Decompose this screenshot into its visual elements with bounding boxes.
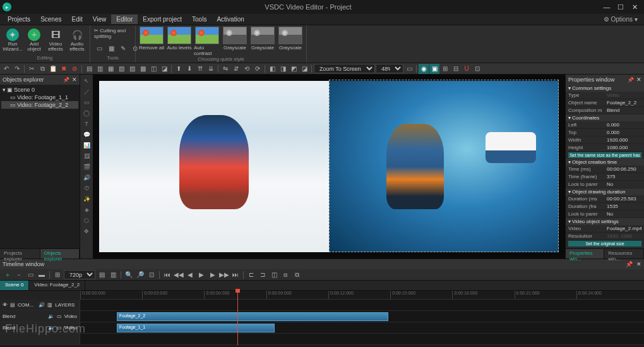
menu-tools[interactable]: Tools bbox=[187, 15, 212, 24]
tool-icon[interactable]: ▭ bbox=[25, 270, 35, 280]
fit-icon[interactable]: ⊡ bbox=[146, 270, 157, 280]
paste-icon[interactable]: 📋 bbox=[48, 64, 58, 74]
tool-icon[interactable]: ◧ bbox=[267, 64, 277, 74]
speaker-icon[interactable]: 🔉 bbox=[48, 325, 54, 331]
align-icon[interactable]: ▨ bbox=[127, 64, 137, 74]
tool-icon[interactable]: ▭ bbox=[404, 64, 414, 74]
timeline-tab-scene[interactable]: Scene 0 bbox=[0, 281, 29, 290]
tool-icon[interactable]: ◉ bbox=[419, 64, 429, 74]
tool-icon[interactable]: ✎ bbox=[118, 43, 128, 53]
prop-group-video-obj[interactable]: ▾ Video object settings bbox=[566, 218, 644, 225]
tool-icon[interactable]: ◨ bbox=[278, 64, 288, 74]
align-icon[interactable]: ▦ bbox=[105, 64, 116, 74]
goto-start-icon[interactable]: ⏮ bbox=[162, 270, 172, 280]
align-icon[interactable]: ◫ bbox=[148, 64, 158, 74]
align-icon[interactable]: ◪ bbox=[159, 64, 169, 74]
style-grayscale[interactable]: Grayscale bbox=[249, 27, 276, 56]
tool-icon[interactable]: ◩ bbox=[289, 64, 299, 74]
tree-item[interactable]: ▭Video: Footage_2_2 bbox=[1, 101, 78, 109]
tab-resources[interactable]: Resources win... bbox=[604, 249, 644, 259]
audio-icon[interactable]: 🔊 bbox=[81, 173, 92, 183]
tab-properties[interactable]: Properties win... bbox=[566, 249, 604, 259]
style-grayscale[interactable]: Grayscale bbox=[222, 27, 248, 56]
eye-icon[interactable]: 👁 bbox=[3, 302, 8, 308]
tree-item[interactable]: ▭Video: Footage_1_1 bbox=[1, 94, 78, 101]
speaker-icon[interactable]: 🔊 bbox=[39, 302, 45, 308]
delete-icon[interactable]: ✖ bbox=[59, 64, 69, 74]
tool-icon[interactable]: ⊞ bbox=[52, 270, 63, 280]
order-icon[interactable]: ⬆ bbox=[174, 64, 184, 74]
tool-icon[interactable]: ▥ bbox=[108, 270, 118, 280]
audio-effects-button[interactable]: 🎧Audioeffects bbox=[67, 27, 87, 53]
menu-edit[interactable]: Edit bbox=[66, 15, 87, 24]
tooltip-icon[interactable]: 💬 bbox=[81, 130, 92, 140]
ellipse-icon[interactable]: ◯ bbox=[81, 108, 92, 118]
menu-activation[interactable]: Activation bbox=[212, 15, 249, 24]
cutting-splitting-button[interactable]: ✂ Cutting and splitting bbox=[94, 28, 131, 39]
zoom-mode-select[interactable]: Zoom To Screen bbox=[314, 64, 375, 73]
menu-scenes[interactable]: Scenes bbox=[35, 15, 66, 24]
align-icon[interactable]: ▤ bbox=[84, 64, 94, 74]
pointer-icon[interactable]: ↖ bbox=[81, 76, 92, 86]
align-icon[interactable]: ▥ bbox=[95, 64, 105, 74]
tool-icon[interactable]: ⊟ bbox=[451, 64, 461, 74]
add-track-icon[interactable]: ＋ bbox=[3, 270, 13, 280]
step-fwd-icon[interactable]: ▶▶ bbox=[219, 270, 229, 280]
tool-icon[interactable]: ⧈ bbox=[280, 270, 290, 280]
redo-icon[interactable]: ↷ bbox=[12, 64, 22, 74]
text-icon[interactable]: T bbox=[81, 119, 92, 129]
tool-icon[interactable]: ⊏ bbox=[246, 270, 256, 280]
order-icon[interactable]: ⇈ bbox=[195, 64, 205, 74]
prop-group-drawing[interactable]: ▾ Object drawing duration bbox=[566, 188, 644, 195]
image-icon[interactable]: 🖼 bbox=[81, 151, 92, 161]
flip-icon[interactable]: ⇵ bbox=[231, 64, 241, 74]
pin-icon[interactable]: 📌 bbox=[628, 77, 634, 83]
line-icon[interactable]: ／ bbox=[81, 87, 92, 97]
goto-end-icon[interactable]: ⏭ bbox=[230, 270, 241, 280]
prop-group-creation[interactable]: ▾ Object creation time bbox=[566, 159, 644, 166]
zoom-pct-select[interactable]: 48% bbox=[376, 64, 403, 73]
menu-editor[interactable]: Editor bbox=[111, 15, 138, 24]
tool-icon[interactable]: ⊡ bbox=[472, 64, 482, 74]
menu-view[interactable]: View bbox=[88, 15, 112, 24]
style-auto-contrast[interactable]: Auto contrast bbox=[194, 27, 220, 56]
step-back-icon[interactable]: ◀◀ bbox=[174, 270, 184, 280]
move-icon[interactable]: ✥ bbox=[81, 226, 92, 236]
tool-icon[interactable]: ⊐ bbox=[258, 270, 268, 280]
style-grayscale[interactable]: Grayscale bbox=[277, 27, 304, 56]
set-parent-size-button[interactable]: Set the same size as the parent has bbox=[568, 152, 641, 158]
play-icon[interactable]: ▶ bbox=[196, 270, 206, 280]
align-icon[interactable]: ▧ bbox=[116, 64, 126, 74]
preview-canvas[interactable] bbox=[93, 75, 565, 259]
tool-icon[interactable]: ▤ bbox=[97, 270, 107, 280]
menu-export[interactable]: Export project bbox=[138, 15, 187, 24]
prop-value[interactable]: Blend bbox=[607, 107, 641, 113]
undo-icon[interactable]: ↶ bbox=[1, 64, 11, 74]
options-button[interactable]: ⚙Options▾ bbox=[600, 15, 641, 24]
tab-projects-explorer[interactable]: Projects explorer bbox=[0, 249, 40, 259]
pin-icon[interactable]: 📌 bbox=[626, 261, 633, 267]
close-panel-icon[interactable]: ✕ bbox=[636, 76, 641, 83]
timeline-clip[interactable]: Footage_1_1 bbox=[117, 324, 275, 332]
prev-frame-icon[interactable]: ◀ bbox=[185, 270, 195, 280]
zoom-in-icon[interactable]: 🔍 bbox=[124, 270, 134, 280]
delete2-icon[interactable]: ⊘ bbox=[69, 64, 80, 74]
menu-projects[interactable]: Projects bbox=[3, 15, 35, 24]
timeline-tab-video[interactable]: Video: Footage_2_2 bbox=[29, 281, 85, 290]
shape-icon[interactable]: ⬡ bbox=[81, 216, 92, 226]
track-header[interactable]: Blend🔉▭Video bbox=[0, 311, 80, 322]
prop-value[interactable]: Footage_2_2 bbox=[607, 100, 641, 106]
tool-icon[interactable]: ▣ bbox=[429, 64, 439, 74]
rotate-icon[interactable]: ⟳ bbox=[253, 64, 263, 74]
tab-objects-explorer[interactable]: Objects explorer bbox=[40, 249, 80, 259]
prop-group-coords[interactable]: ▾ Coordinates bbox=[566, 114, 644, 121]
maximize-button[interactable]: ☐ bbox=[614, 1, 628, 13]
remove-track-icon[interactable]: － bbox=[14, 270, 24, 280]
set-original-size-button[interactable]: Set the original size bbox=[568, 241, 641, 247]
minimize-button[interactable]: — bbox=[600, 1, 614, 13]
sprite-icon[interactable]: ◈ bbox=[81, 205, 92, 215]
prop-group-common[interactable]: ▾ Common settings bbox=[566, 85, 644, 92]
video-effects-button[interactable]: 🎞Videoeffects bbox=[45, 27, 66, 53]
cut-icon[interactable]: ✂ bbox=[27, 64, 37, 74]
animation-icon[interactable]: ✨ bbox=[81, 194, 92, 204]
